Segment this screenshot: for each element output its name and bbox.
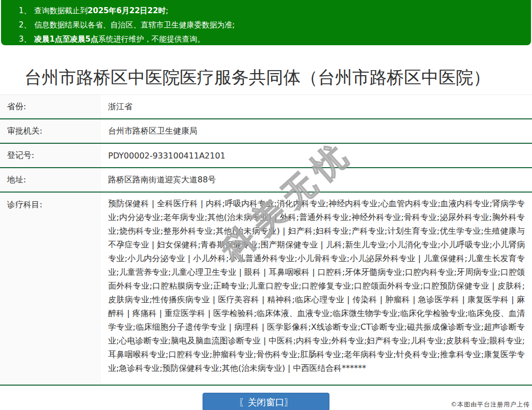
row-value: 浙江省 (101, 95, 532, 118)
notice-text-bold: 2025年6月22日22时 (88, 6, 166, 15)
table-row-medical-departments: 诊疗科目: 预防保健科 | 全科医疗科 | 内科;呼吸内科专业;消化内科专业;神… (0, 193, 532, 386)
row-label: 诊疗科目: (0, 193, 101, 385)
notice-line-3: 3、凌晨1点至凌晨5点系统进行维护，不能提供查询。 (19, 32, 521, 46)
notice-text: 系统进行维护，不能提供查询。 (98, 35, 205, 44)
row-label: 审批机关: (0, 119, 101, 143)
notice-text: ; (165, 6, 168, 15)
table-row-approval-authority: 审批机关: 台州市路桥区卫生健康局 (0, 119, 532, 144)
notice-number: 2、 (19, 18, 31, 32)
notice-line-2: 2、信息数据结果以各省、自治区、直辖市卫生健康委数据为准; (19, 18, 521, 32)
table-row-registration-number: 登记号: PDY00002-933100411A2101 (0, 144, 532, 168)
row-value: 路桥区路南街道迎宾大道88号 (101, 168, 532, 192)
notice-line-1: 1、查询数据截止到2025年6月22日22时; (19, 4, 521, 18)
row-label: 地址: (0, 168, 101, 192)
institution-info-table: 省份: 浙江省 审批机关: 台州市路桥区卫生健康局 登记号: PDY00002-… (0, 94, 532, 386)
row-value: PDY00002-933100411A2101 (101, 144, 532, 167)
copyright-watermark: ©本图由平台注册用户上传 (451, 400, 530, 409)
close-window-button[interactable]: 〖关闭窗口〗 (203, 393, 329, 410)
notice-text: 查询数据截止到 (35, 6, 88, 15)
notice-banner: 1、查询数据截止到2025年6月22日22时; 2、信息数据结果以各省、自治区、… (1, 0, 531, 45)
row-label: 登记号: (0, 144, 101, 167)
notice-text: 信息数据结果以各省、自治区、直辖市卫生健康委数据为准; (35, 20, 235, 29)
notice-number: 1、 (19, 4, 31, 18)
query-result-page: 1、查询数据截止到2025年6月22日22时; 2、信息数据结果以各省、自治区、… (0, 0, 532, 410)
row-value: 台州市路桥区卫生健康局 (101, 119, 532, 143)
page-title: 台州市路桥区中医院医疗服务共同体（台州市路桥区中医院） (0, 45, 532, 89)
notice-text-bold: 凌晨1点至凌晨5点 (35, 35, 98, 44)
table-row-address: 地址: 路桥区路南街道迎宾大道88号 (0, 168, 532, 193)
notice-number: 3、 (19, 32, 31, 46)
row-value: 预防保健科 | 全科医疗科 | 内科;呼吸内科专业;消化内科专业;神经内科专业;… (101, 193, 532, 385)
table-row-province: 省份: 浙江省 (0, 95, 532, 119)
row-label: 省份: (0, 95, 101, 118)
